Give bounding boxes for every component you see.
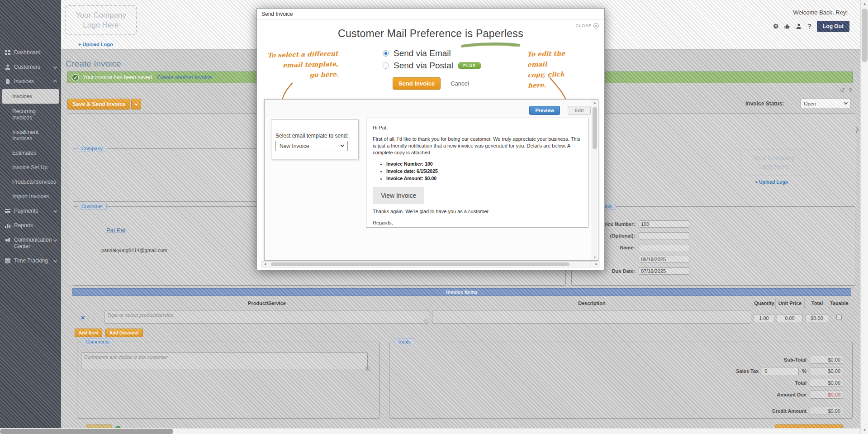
sidebar-subitem-invoices[interactable]: Invoices xyxy=(2,89,59,104)
add-discount-button[interactable]: Add Discount xyxy=(105,329,143,337)
thumbs-up-icon[interactable] xyxy=(784,23,790,29)
customer-email: pandakyung0414@gmail.com xyxy=(101,248,167,253)
help-icon[interactable]: ? xyxy=(807,23,811,30)
sidebar-item-payments[interactable]: Payments xyxy=(0,204,61,218)
invoice-number-input[interactable] xyxy=(639,220,689,228)
user-icon[interactable] xyxy=(796,23,802,29)
description-input[interactable] xyxy=(432,310,751,324)
sidebar-item-customers[interactable]: Customers xyxy=(0,60,61,74)
scrollbar-thumb[interactable] xyxy=(271,262,569,266)
composer-vertical-scrollbar[interactable]: ▲ ▼ xyxy=(592,100,598,260)
invoice-logo-placeholder[interactable]: Your Company Logo Here xyxy=(740,149,807,176)
sidebar-subitem-recurring-invoices[interactable]: Recurring Invoices xyxy=(0,104,61,125)
chevron-down-icon xyxy=(53,209,57,213)
amount-due-value: $0.00 xyxy=(810,391,843,399)
subtotal-value: $0.00 xyxy=(810,356,843,364)
column-taxable: Taxable xyxy=(830,298,849,309)
dashboard-icon xyxy=(5,49,11,56)
chevron-down-icon xyxy=(53,238,57,242)
gear-icon[interactable]: ⚙ xyxy=(773,23,779,30)
totals-section-tab: Totals xyxy=(394,338,414,345)
sidebar-item-invoices[interactable]: Invoices xyxy=(0,74,61,89)
sales-tax-input[interactable] xyxy=(762,367,799,375)
sidebar: Dashboard Customers Invoices Invoices Re… xyxy=(0,0,61,434)
totals-section: Totals Sub-Total $0.00 Sales Tax % $0.00… xyxy=(389,342,853,419)
chevron-down-icon xyxy=(341,143,344,147)
scroll-up-icon[interactable]: ▲ xyxy=(592,101,598,104)
sidebar-subitem-import-invoices[interactable]: Import Invoices xyxy=(0,189,61,204)
scroll-right-icon[interactable]: ► xyxy=(595,262,598,266)
product-service-input[interactable] xyxy=(104,310,429,324)
page-vertical-scrollbar[interactable]: ▲ ▼ xyxy=(860,0,868,434)
delete-row-icon[interactable]: × xyxy=(81,314,85,321)
resize-grip-icon[interactable] xyxy=(424,320,428,324)
chevron-down-icon xyxy=(53,65,57,69)
view-invoice-button[interactable]: View Invoice xyxy=(373,187,424,204)
sidebar-subitem-products-services[interactable]: Products/Services xyxy=(0,175,61,189)
send-via-postal-radio[interactable] xyxy=(383,62,389,69)
drag-handle-icon[interactable]: ⋮⋮ xyxy=(87,316,96,321)
invoice-upload-logo-link[interactable]: + Upload Logo xyxy=(755,179,788,185)
modal-horizontal-scrollbar[interactable]: ◄ ► xyxy=(261,261,600,267)
scroll-left-icon[interactable]: ◄ xyxy=(263,262,267,266)
check-circle-icon xyxy=(71,74,79,81)
scroll-up-icon[interactable]: ▲ xyxy=(861,2,868,6)
page-horizontal-scrollbar[interactable] xyxy=(0,428,860,434)
resize-grip-icon[interactable] xyxy=(365,367,370,371)
scrollbar-thumb[interactable] xyxy=(862,9,868,62)
tab-edit[interactable]: Edit xyxy=(568,106,591,115)
line-total-input[interactable] xyxy=(806,314,828,322)
composer-toolbar: Preview Edit xyxy=(265,100,598,117)
add-item-button[interactable]: Add Item xyxy=(75,329,102,337)
comments-section-tab: Comments xyxy=(82,338,113,345)
create-another-invoice-link[interactable]: Create another invoice. xyxy=(157,74,213,81)
send-via-email-radio[interactable] xyxy=(383,50,389,57)
credit-amount-value: $0.00 xyxy=(810,407,843,415)
modal-send-invoice-button[interactable]: Send Invoice xyxy=(393,77,441,90)
tab-preview[interactable]: Preview xyxy=(529,106,560,115)
sidebar-subitem-invoice-set-up[interactable]: Invoice Set Up xyxy=(0,160,61,175)
sidebar-item-communication-center[interactable]: Communication Center xyxy=(0,233,61,253)
comments-section: Comments xyxy=(77,342,380,419)
email-body: First of all, I'd like to thank you for … xyxy=(373,136,582,156)
sidebar-item-reports[interactable]: Reports xyxy=(0,218,61,233)
upload-logo-link[interactable]: + Upload Logo xyxy=(78,42,113,47)
name-field-input[interactable] xyxy=(639,244,689,251)
sidebar-subitem-installment-invoices[interactable]: Installment Invoices xyxy=(0,125,61,146)
page-title: Create Invoice xyxy=(66,59,121,69)
logout-button[interactable]: Log Out xyxy=(817,21,849,32)
modal-cancel-button[interactable]: Cancel xyxy=(451,80,469,87)
optional-field-input[interactable] xyxy=(639,232,689,239)
quantity-input[interactable] xyxy=(754,314,774,322)
company-logo-placeholder[interactable]: Your Company Logo Here xyxy=(65,5,137,35)
customer-name-link[interactable]: Pat Pat xyxy=(106,227,126,234)
scroll-down-icon[interactable]: ▼ xyxy=(592,256,598,259)
unit-price-input[interactable] xyxy=(777,314,803,322)
help-small-icon[interactable]: ? xyxy=(849,87,852,94)
scrollbar-thumb[interactable] xyxy=(593,107,597,149)
email-thanks: Thanks again. We're glad to have you as … xyxy=(373,208,582,215)
save-send-dropdown-button[interactable] xyxy=(131,99,141,110)
sidebar-item-dashboard[interactable]: Dashboard xyxy=(0,45,61,60)
caret-down-icon xyxy=(134,104,138,106)
sales-tax-value: $0.00 xyxy=(810,367,843,375)
save-send-invoice-button[interactable]: Save & Send Invoice xyxy=(67,99,130,110)
scroll-down-icon[interactable]: ▼ xyxy=(861,428,868,432)
sidebar-item-time-tracking[interactable]: Time Tracking xyxy=(0,253,61,268)
email-template-select[interactable]: New Invoice xyxy=(275,141,348,151)
sidebar-subitem-estimates[interactable]: Estimates xyxy=(0,146,61,160)
history-icon[interactable]: ↺ xyxy=(840,87,845,94)
scrollbar-thumb[interactable] xyxy=(0,429,173,434)
annotation-select-template: To select a differentemail template,go h… xyxy=(265,48,339,81)
email-invoice-amount: Invoice Amount: $0.00 xyxy=(386,175,582,182)
invoice-date-input[interactable] xyxy=(639,256,689,263)
column-total: Total xyxy=(804,298,830,309)
email-regards: Regards, xyxy=(373,219,582,226)
invoice-status-select[interactable]: Open xyxy=(801,99,850,108)
modal-heading: Customer Mail Preference is Paperless xyxy=(257,28,604,40)
due-date-input[interactable] xyxy=(639,267,689,275)
taxable-checkbox[interactable] xyxy=(836,315,842,320)
invoice-details-section: Invoice Details Invoice Number: (Optiona… xyxy=(571,206,855,286)
comments-input[interactable] xyxy=(81,352,368,369)
column-product-service: Product/Service xyxy=(103,298,431,309)
